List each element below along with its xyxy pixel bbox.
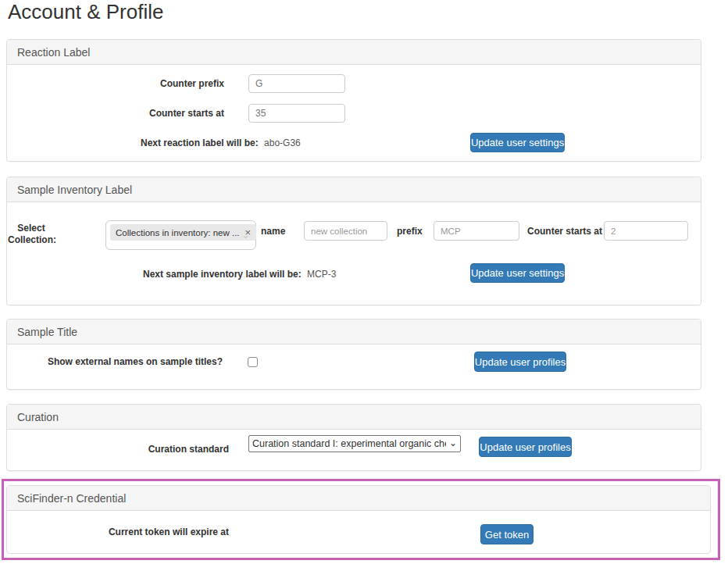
panel-title: Curation [17,411,59,423]
next-reaction-label-value: abo-G36 [264,137,301,148]
sample-title-update-profiles-button[interactable]: Update user profiles [474,352,566,372]
panel-title: Sample Title [17,326,77,338]
name-label: name [261,222,285,241]
panel-curation-body: Curation standard Curation standard I: e… [7,430,701,470]
counter-prefix-input[interactable] [248,74,345,93]
panel-curation-header: Curation [7,405,701,430]
panel-sample-title: Sample Title Show external names on samp… [6,319,701,390]
counter-starts-input[interactable] [248,104,345,123]
panel-scifinder-header: SciFinder-n Credential [7,486,710,511]
external-names-checkbox[interactable] [248,357,258,367]
panel-reaction-label-body: Counter prefix Counter starts at Next re… [7,65,701,161]
prefix-input[interactable] [434,221,519,241]
scifinder-highlight-box: SciFinder-n Credential Current token wil… [2,479,720,560]
collection-tag: Collections in inventory: new ... × [110,224,256,241]
curation-standard-select[interactable]: Curation standard I: experimental organi… [248,435,461,452]
panel-reaction-label: Reaction Label Counter prefix Counter st… [6,39,701,162]
account-profile-page: Account & Profile Reaction Label Counter… [0,0,728,564]
panel-sample-title-header: Sample Title [7,319,701,344]
name-input[interactable] [304,221,387,241]
panel-sample-inventory-body: Select Collection: Collections in invent… [7,202,701,305]
next-reaction-label-text: Next reaction label will be: [141,137,259,148]
panel-title: Sample Inventory Label [17,184,132,196]
collection-tag-label: Collections in inventory: new ... [116,228,240,237]
next-inventory-label-text: Next sample inventory label will be: [143,269,302,280]
panel-scifinder-body: Current token will expire at Get token [7,511,710,553]
next-inventory-label-value: MCP-3 [307,269,336,280]
panel-scifinder-credential: SciFinder-n Credential Current token wil… [6,485,711,554]
curation-standard-select-wrap: Curation standard I: experimental organi… [248,435,461,452]
page-title: Account & Profile [8,0,163,27]
inventory-counter-starts-label: Counter starts at [527,222,602,241]
panel-curation: Curation Curation standard Curation stan… [6,404,701,471]
token-expire-label: Current token will expire at [73,523,229,541]
counter-starts-label: Counter starts at [68,104,224,123]
prefix-label: prefix [397,222,423,241]
panel-sample-title-body: Show external names on sample titles? Up… [7,344,701,389]
collection-multiselect[interactable]: Collections in inventory: new ... × ⌄ [105,220,256,250]
get-token-button[interactable]: Get token [480,524,534,544]
counter-prefix-label: Counter prefix [68,74,224,93]
panel-title: SciFinder-n Credential [17,492,126,505]
panel-sample-inventory-header: Sample Inventory Label [7,177,701,202]
chevron-down-icon[interactable]: ⌄ [241,230,250,241]
inventory-counter-starts-input[interactable] [604,221,688,241]
next-inventory-label-line: Next sample inventory label will be: MCP… [143,265,336,284]
curation-update-profiles-button[interactable]: Update user profiles [479,437,572,457]
reaction-update-settings-button[interactable]: Update user settings [470,133,565,152]
select-collection-label: Select Collection: [8,223,55,246]
show-external-names-label: Show external names on sample titles? [27,352,223,371]
panel-reaction-label-header: Reaction Label [7,40,701,65]
inventory-update-settings-button[interactable]: Update user settings [470,263,565,283]
curation-standard-label: Curation standard [73,440,229,459]
panel-sample-inventory: Sample Inventory Label Select Collection… [6,177,701,305]
next-reaction-label-line: Next reaction label will be: abo-G36 [141,134,301,152]
panel-title: Reaction Label [17,46,90,59]
